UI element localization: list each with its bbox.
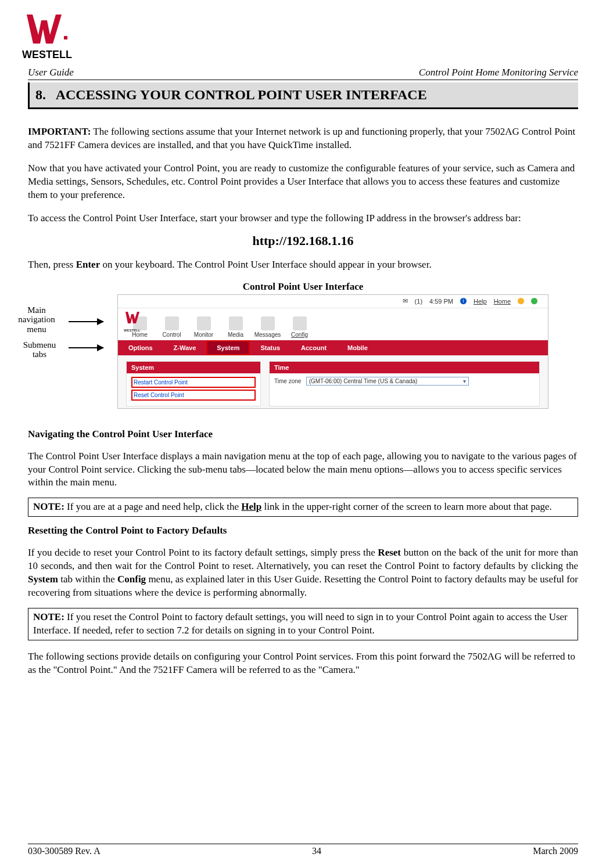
info-icon[interactable]: i [460,298,467,304]
status-dot-icon [531,298,537,304]
header-left: User Guide [28,67,74,78]
embedded-screenshot: ✉ (1) 4:59 PM i Help Home WESTELL Home C… [118,295,548,408]
config-icon [293,316,307,330]
tab-zwave[interactable]: Z-Wave [163,340,207,355]
nav-media[interactable]: Media [220,316,252,340]
ss-subnav: Options Z-Wave System Status Account Mob… [118,340,548,355]
ss-main-nav: Home Control Monitor Media Messages Conf… [124,316,315,340]
tab-options[interactable]: Options [118,340,163,355]
nav-monitor[interactable]: Monitor [188,316,220,340]
arrow-icon [69,321,103,322]
restart-link[interactable]: Restart Control Point [131,377,256,388]
mail-icon[interactable]: ✉ [403,297,408,305]
paragraph-resetting: If you decide to reset your Control Poin… [28,546,578,600]
paragraph-important: IMPORTANT: The following sections assume… [28,125,578,152]
home-link[interactable]: Home [494,298,511,305]
ss-logo: WESTELL [124,311,144,332]
heading-resetting: Resetting the Control Point to Factory D… [28,525,578,536]
svg-rect-0 [64,36,67,39]
help-link-text: Help [241,501,261,512]
paragraph-closing: The following sections provide details o… [28,650,578,677]
timezone-label: Time zone [274,378,301,384]
callout-submenu: Submenu tabs [16,340,63,359]
control-icon [165,316,179,330]
reset-link[interactable]: Reset Control Point [131,390,256,401]
note-help: NOTE: If you are at a page and need help… [28,498,578,517]
messages-icon [261,316,275,330]
chevron-down-icon: ▾ [463,378,466,384]
nav-messages[interactable]: Messages [252,316,284,340]
timezone-select[interactable]: (GMT-06:00) Central Time (US & Canada) ▾ [306,377,469,386]
header-right: Control Point Home Monitoring Service [419,67,578,78]
running-header: User Guide Control Point Home Monitoring… [28,67,578,80]
footer-date: March 2009 [533,846,578,856]
brand-logo: WESTELL [21,12,578,63]
paragraph-enter: Then, press Enter on your keyboard. The … [28,258,578,272]
heading-navigating: Navigating the Control Point User Interf… [28,428,578,440]
panel-time: Time Time zone (GMT-06:00) Central Time … [269,361,540,406]
panel-system: System Restart Control Point Reset Contr… [126,361,261,406]
panel-time-title: Time [270,362,539,373]
panel-system-title: System [127,362,260,373]
nav-control[interactable]: Control [156,316,188,340]
tab-system[interactable]: System [206,340,250,355]
ip-address-url: http://192.168.1.16 [28,233,578,248]
note-reset: NOTE: If you reset the Control Point to … [28,608,578,640]
lock-icon[interactable] [518,298,524,304]
tab-mobile[interactable]: Mobile [337,340,378,355]
svg-text:WESTELL: WESTELL [22,49,72,60]
mail-count: (1) [415,298,422,305]
nav-config[interactable]: Config [284,316,315,340]
tab-account[interactable]: Account [291,340,337,355]
paragraph-navigating: The Control Point User Interface display… [28,450,578,490]
help-link[interactable]: Help [474,298,487,305]
screenshot-caption: Control Point User Interface [28,281,578,293]
monitor-icon [197,316,211,330]
page-footer: 030-300589 Rev. A 34 March 2009 [28,844,578,856]
paragraph-access: To access the Control Point User Interfa… [28,212,578,225]
paragraph-intro: Now that you have activated your Control… [28,162,578,202]
clock-time: 4:59 PM [429,298,453,305]
ss-topbar: ✉ (1) 4:59 PM i Help Home [118,295,548,308]
footer-page-number: 34 [312,846,321,856]
media-icon [229,316,243,330]
callout-main-nav: Main navigation menu [10,305,63,334]
tab-status[interactable]: Status [250,340,291,355]
footer-doc-id: 030-300589 Rev. A [28,846,101,856]
arrow-icon [69,347,103,348]
section-title: 8. ACCESSING YOUR CONTROL POINT USER INT… [28,82,578,109]
